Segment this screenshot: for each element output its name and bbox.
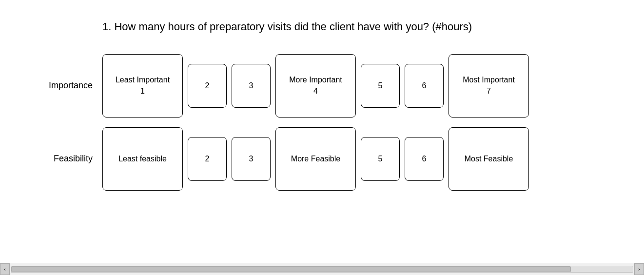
rows-container: ImportanceLeast Important123More Importa… xyxy=(0,54,644,191)
rating-cell-imp-2[interactable]: 2 xyxy=(188,64,227,108)
row-label-importance: Importance xyxy=(29,80,102,91)
rating-cell-imp-3[interactable]: 3 xyxy=(232,64,271,108)
rating-cell-feas-5[interactable]: 5 xyxy=(361,137,400,181)
row-label-feasibility: Feasibility xyxy=(29,154,102,164)
rating-cell-imp-6[interactable]: 6 xyxy=(405,64,444,108)
rating-cell-imp-1[interactable]: Least Important1 xyxy=(102,54,183,118)
scrollbar-track[interactable] xyxy=(11,266,633,273)
rating-cell-imp-4[interactable]: More Important4 xyxy=(275,54,356,118)
rating-cell-feas-3[interactable]: 3 xyxy=(232,137,271,181)
row-feasibility: FeasibilityLeast feasible23More Feasible… xyxy=(0,127,644,191)
rating-cell-feas-2[interactable]: 2 xyxy=(188,137,227,181)
rating-cell-feas-1[interactable]: Least feasible xyxy=(102,127,183,191)
scrollbar-thumb xyxy=(11,266,571,272)
rating-cell-feas-4[interactable]: More Feasible xyxy=(275,127,356,191)
rating-cell-imp-7[interactable]: Most Important7 xyxy=(449,54,529,118)
rating-cell-imp-5[interactable]: 5 xyxy=(361,64,400,108)
scroll-right-button[interactable]: › xyxy=(634,263,644,275)
rating-cells-feasibility: Least feasible23More Feasible56Most Feas… xyxy=(102,127,529,191)
rating-cell-feas-7[interactable]: Most Feasible xyxy=(449,127,529,191)
page-container: 1. How many hours of preparatory visits … xyxy=(0,0,644,254)
row-importance: ImportanceLeast Important123More Importa… xyxy=(0,54,644,118)
scrollbar: ‹ › xyxy=(0,263,644,275)
question-title: 1. How many hours of preparatory visits … xyxy=(102,20,541,35)
rating-cell-feas-6[interactable]: 6 xyxy=(405,137,444,181)
scroll-left-button[interactable]: ‹ xyxy=(0,263,10,275)
rating-cells-importance: Least Important123More Important456Most … xyxy=(102,54,529,118)
